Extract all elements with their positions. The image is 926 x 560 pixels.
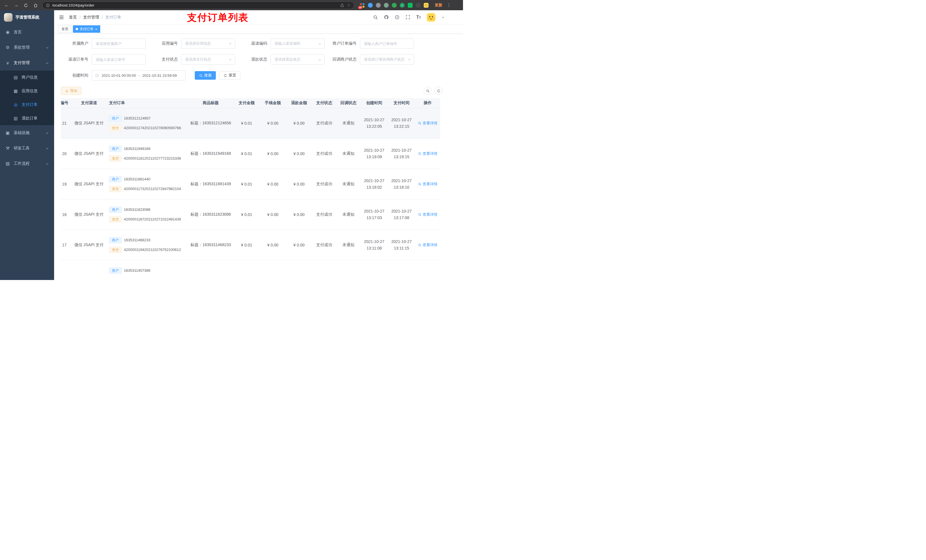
refund-status-select[interactable]: 请选择退款状态 xyxy=(271,54,325,65)
gear-icon: ⚙ xyxy=(5,45,10,50)
select-placeholder: 请选择订单回调商户状态 xyxy=(364,57,407,62)
cell-actions: 查看详情 xyxy=(415,138,440,169)
filter-row-2: 渠道订单号 支付状态 请选择支付状态 退款状态 请选择退款状态 xyxy=(61,54,456,65)
merchant-order-no: 1635311468233 xyxy=(124,238,150,242)
sidebar-item-dev-tools[interactable]: ⚒ 研发工具 xyxy=(0,140,54,156)
cell-channel xyxy=(71,260,107,280)
avatar-caret-icon[interactable] xyxy=(441,15,445,20)
field-label: 退款状态 xyxy=(240,57,271,62)
pay-status-select[interactable]: 请选择支付状态 xyxy=(181,54,235,65)
search-icon[interactable] xyxy=(373,15,378,20)
cell-fee: ¥ 0.00 xyxy=(260,199,286,229)
sidebar-item-refund-order[interactable]: ▥ 退款订单 xyxy=(0,112,54,125)
merchant-order-no-input[interactable] xyxy=(360,38,414,49)
extension-check-icon[interactable]: ✓ xyxy=(400,3,405,8)
sidebar-item-pay-order[interactable]: ◎ 支付订单 xyxy=(0,98,54,112)
cell-fee: ¥ 0.00 xyxy=(260,229,286,260)
view-detail-link[interactable]: 查看详情 xyxy=(418,181,437,187)
cell-title: 标题：1635311823086 xyxy=(188,199,233,229)
chevron-down-icon xyxy=(318,57,321,62)
sidebar-item-system[interactable]: ⚙ 系统管理 xyxy=(0,40,54,55)
reload-icon[interactable] xyxy=(23,0,29,10)
search-button[interactable]: 搜索 xyxy=(195,71,216,80)
field-label: 所属商户 xyxy=(61,41,92,46)
help-icon[interactable] xyxy=(395,15,399,20)
cell-order: 商户1635312124657 支付4200001174202110278060… xyxy=(107,108,188,138)
cell-create-time: 2021-10-2713:17:03 xyxy=(360,199,388,229)
view-detail-link[interactable]: 查看详情 xyxy=(418,212,437,217)
cell-title xyxy=(188,260,233,280)
breadcrumb-separator: / xyxy=(101,15,103,20)
channel-code-select[interactable]: 请输入渠道编码 xyxy=(271,38,325,49)
cell-pay-time: 2021-10-2713:11:15 xyxy=(388,229,415,260)
tag-views-bar: 首页 支付订单 × xyxy=(54,24,463,34)
github-icon[interactable] xyxy=(384,15,389,20)
extensions-area: 10 ✓ xyxy=(360,3,428,8)
cell-pay-time: 2021-10-2713:19:15 xyxy=(388,138,415,169)
extension-grid-icon[interactable]: 10 xyxy=(360,3,365,8)
reset-button[interactable]: 重置 xyxy=(219,71,240,80)
cell-order: 商户1635311881440 支付4200001173202110272847… xyxy=(107,169,188,199)
refresh-table-icon[interactable] xyxy=(434,87,442,95)
sidebar-item-home[interactable]: ◉ 首页 xyxy=(0,24,54,40)
cell-pay-time xyxy=(388,260,415,280)
create-time-range-picker[interactable]: 2021-10-01 00:00:00 - 2021-10-31 23:59:5… xyxy=(92,70,186,80)
sidebar-item-app-info[interactable]: ▦ 应用信息 xyxy=(0,84,54,98)
merchant-input[interactable] xyxy=(92,38,146,49)
app-logo[interactable]: 芋道管理系统 xyxy=(0,10,54,24)
filter-row-3: 创建时间 2021-10-01 00:00:00 - 2021-10-31 23… xyxy=(61,70,456,80)
orders-table: 编号 支付渠道 支付订单 商品标题 支付金额 手续金额 退款金额 支付状态 回调… xyxy=(61,98,456,280)
sidebar-item-merchant-info[interactable]: ▤ 商户信息 xyxy=(0,71,54,84)
tab-home[interactable]: 首页 xyxy=(59,25,71,33)
extension-sage-icon[interactable] xyxy=(384,3,389,8)
back-icon[interactable]: ← xyxy=(3,0,10,10)
table-header-row: 编号 支付渠道 支付订单 商品标题 支付金额 手续金额 退款金额 支付状态 回调… xyxy=(61,98,440,108)
table-row: 商户1635311457386 xyxy=(61,260,440,280)
extension-gray-icon[interactable] xyxy=(376,3,381,8)
export-button[interactable]: 导出 xyxy=(61,87,82,95)
cell-id: 21 xyxy=(61,108,71,138)
home-icon[interactable] xyxy=(32,0,39,10)
tab-pay-order[interactable]: 支付订单 × xyxy=(73,25,100,33)
breadcrumb-payment[interactable]: 支付管理 xyxy=(83,15,99,20)
bookmark-star-icon[interactable]: ☆ xyxy=(347,3,351,8)
cell-fee xyxy=(260,260,286,280)
address-bar[interactable]: localhost:1024/pay/order ☆ xyxy=(42,2,354,9)
channel-order-no-input[interactable] xyxy=(92,54,146,65)
update-button[interactable]: 更新 xyxy=(435,3,442,8)
app-id-select[interactable]: 请选择应用信息 xyxy=(181,38,235,49)
field-label: 应用编号 xyxy=(150,41,181,46)
extension-chat-icon[interactable] xyxy=(408,3,413,8)
share-icon[interactable] xyxy=(340,3,344,8)
sidebar-item-infrastructure[interactable]: ▣ 基础设施 xyxy=(0,125,54,140)
extension-green-icon[interactable] xyxy=(392,3,396,8)
notify-status-select[interactable]: 请选择订单回调商户状态 xyxy=(360,54,414,65)
breadcrumb-home[interactable]: 首页 xyxy=(69,15,77,20)
close-icon[interactable]: × xyxy=(95,27,97,31)
profile-avatar-icon[interactable] xyxy=(424,3,428,8)
extension-pin-icon[interactable] xyxy=(416,3,421,8)
toggle-search-icon[interactable] xyxy=(424,87,432,95)
view-detail-link[interactable]: 查看详情 xyxy=(418,121,437,126)
forward-icon[interactable]: → xyxy=(13,0,20,10)
merchant-order-no: 1635311949168 xyxy=(124,146,150,151)
cell-notify xyxy=(336,260,360,280)
logo-image xyxy=(4,13,12,22)
user-avatar[interactable] xyxy=(427,13,436,22)
font-size-icon[interactable]: TT xyxy=(416,15,421,20)
fullscreen-icon[interactable] xyxy=(406,15,410,20)
pay-order-no: 4200001167202110271022491439 xyxy=(124,217,181,221)
sidebar-item-workflow[interactable]: ▧ 工作流程 xyxy=(0,156,54,171)
site-info-icon[interactable] xyxy=(46,3,50,8)
sidebar-item-payment[interactable]: ¥ 支付管理 xyxy=(0,55,54,71)
view-detail-link[interactable]: 查看详情 xyxy=(418,151,437,156)
view-detail-link[interactable]: 查看详情 xyxy=(418,242,437,248)
pay-tag: 支付 xyxy=(109,186,122,192)
hamburger-icon[interactable] xyxy=(59,15,64,20)
cell-create-time xyxy=(360,260,388,280)
sidebar-item-label: 商户信息 xyxy=(22,75,38,80)
browser-menu-icon[interactable]: ⋮ xyxy=(447,3,451,8)
url-text[interactable]: localhost:1024/pay/order xyxy=(52,3,337,8)
col-title: 商品标题 xyxy=(188,98,233,108)
extension-blue-icon[interactable] xyxy=(368,3,373,8)
